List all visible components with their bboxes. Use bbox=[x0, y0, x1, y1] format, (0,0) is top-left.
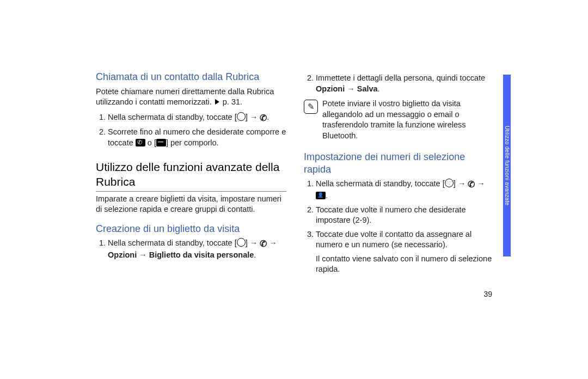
step-text: . bbox=[267, 113, 269, 121]
step-text: → bbox=[267, 239, 277, 247]
list-item: Immettete i dettagli della persona, quin… bbox=[316, 73, 494, 94]
list-item: Nella schermata di standby, toccate [] →… bbox=[316, 179, 494, 201]
heading-chiamata: Chiamata di un contatto dalla Rubrica bbox=[96, 71, 286, 83]
left-column: Chiamata di un contatto dalla Rubrica Po… bbox=[96, 71, 286, 275]
step-text: ] → bbox=[246, 113, 260, 121]
step-text: Nella schermata di standby, toccate [ bbox=[316, 179, 445, 188]
step-bold-text: Opzioni → Biglietto da visita personale bbox=[108, 250, 254, 259]
heading-biglietto: Creazione di un biglietto da visita bbox=[96, 223, 286, 235]
step-text: ] → bbox=[454, 179, 468, 188]
call-key-icon bbox=[136, 139, 145, 146]
intro-text-b: p. 31. bbox=[220, 97, 242, 106]
steps-list-biglietto: Nella schermata di standby, toccate [] →… bbox=[96, 238, 286, 260]
dash-key-icon bbox=[156, 139, 166, 146]
triangle-icon bbox=[215, 99, 219, 105]
circle-icon bbox=[237, 112, 246, 121]
right-column: Immettete i dettagli della persona, quin… bbox=[304, 71, 494, 275]
phone-icon: ✆ bbox=[260, 112, 267, 124]
list-item: Scorrete fino al numero che desiderate c… bbox=[108, 127, 286, 148]
heading-main-rubrica: Utilizzo delle funzioni avanzate della R… bbox=[96, 160, 286, 192]
step-text: Immettete i dettagli della persona, quin… bbox=[316, 74, 485, 82]
intro-para: Potete chiamare numeri direttamente dall… bbox=[96, 87, 286, 108]
page-content: Chiamata di un contatto dalla Rubrica Po… bbox=[96, 71, 494, 275]
list-item: Nella schermata di standby, toccate [] →… bbox=[108, 238, 286, 260]
list-item: Toccate due volte il numero che desidera… bbox=[316, 205, 494, 226]
step-text: . bbox=[326, 191, 328, 200]
step-text: → bbox=[475, 179, 485, 188]
heading-selezione-rapida: Impostazione dei numeri di selezione rap… bbox=[304, 151, 494, 175]
step-text: ] → bbox=[246, 239, 260, 247]
steps-list-1: Nella schermata di standby, toccate [] →… bbox=[96, 112, 286, 149]
step-text: Nella schermata di standby, toccate [ bbox=[108, 239, 237, 247]
note-text: Potete inviare il vostro biglietto da vi… bbox=[322, 99, 494, 141]
list-item: Nella schermata di standby, toccate [] →… bbox=[108, 112, 286, 124]
step-text: Nella schermata di standby, toccate [ bbox=[108, 113, 237, 121]
note-icon: ✎ bbox=[304, 100, 318, 114]
after-list-note: Il contatto viene salvato con il numero … bbox=[316, 254, 494, 275]
step-bold-text: Opzioni → Salva bbox=[316, 84, 378, 93]
step-text: . bbox=[254, 250, 256, 259]
steps-list-continued: Immettete i dettagli della persona, quin… bbox=[304, 73, 494, 94]
note-block: ✎ Potete inviare il vostro biglietto da … bbox=[304, 99, 494, 141]
intro-text-a: Potete chiamare numeri direttamente dall… bbox=[96, 87, 274, 107]
side-tab: Utilizzo delle funzioni avanzate bbox=[503, 75, 511, 256]
circle-icon bbox=[445, 179, 454, 187]
group-icon bbox=[316, 192, 326, 199]
circle-icon bbox=[237, 238, 246, 247]
list-item: Toccate due volte il contatto da assegna… bbox=[316, 229, 494, 250]
main-intro-para: Imparate a creare biglietti da visita, i… bbox=[96, 194, 286, 215]
page-number: 39 bbox=[483, 290, 492, 298]
phone-icon: ✆ bbox=[468, 179, 475, 191]
steps-list-rapida: Nella schermata di standby, toccate [] →… bbox=[304, 179, 494, 250]
phone-icon: ✆ bbox=[260, 238, 267, 250]
step-text: ] per comporlo. bbox=[166, 138, 219, 147]
step-text: o [ bbox=[145, 138, 156, 147]
step-text: . bbox=[378, 84, 380, 93]
